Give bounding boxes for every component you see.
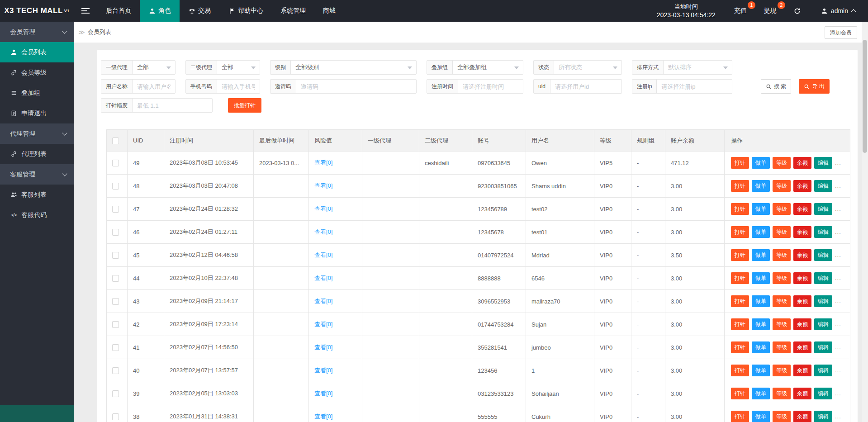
edit-action-button[interactable]: 编辑 <box>814 341 832 353</box>
topbar-nav-item[interactable]: 角色 <box>140 0 180 22</box>
inject-action-button[interactable]: 打针 <box>731 203 749 215</box>
make-order-action-button[interactable]: 做单 <box>752 318 770 330</box>
more-actions-button[interactable]: ... <box>835 298 841 304</box>
refresh-button[interactable] <box>785 0 812 22</box>
edit-action-button[interactable]: 编辑 <box>814 411 832 422</box>
more-actions-button[interactable]: ... <box>835 182 841 189</box>
inject-action-button[interactable]: 打针 <box>731 295 749 307</box>
make-order-action-button[interactable]: 做单 <box>752 180 770 192</box>
inject-action-button[interactable]: 打针 <box>731 388 749 399</box>
more-actions-button[interactable]: ... <box>835 251 841 258</box>
sidebar-item[interactable]: 申请退出 <box>0 103 74 123</box>
filter-select-value[interactable]: 默认排序 <box>664 61 732 74</box>
filter-input[interactable] <box>217 80 260 93</box>
more-actions-button[interactable]: ... <box>835 321 841 327</box>
risk-view-link[interactable]: 查看[0] <box>314 298 332 304</box>
row-checkbox[interactable] <box>112 344 119 351</box>
risk-view-link[interactable]: 查看[0] <box>314 321 332 327</box>
inject-action-button[interactable]: 打针 <box>731 341 749 353</box>
batch-inject-button[interactable]: 批量打针 <box>228 98 261 113</box>
edit-action-button[interactable]: 编辑 <box>814 226 832 238</box>
filter-input[interactable] <box>133 80 175 93</box>
level-action-button[interactable]: 等级 <box>773 295 791 307</box>
row-checkbox[interactable] <box>112 390 119 397</box>
row-checkbox[interactable] <box>112 275 119 282</box>
inject-action-button[interactable]: 打针 <box>731 411 749 422</box>
filter-select-value[interactable]: 全部 <box>133 61 175 74</box>
row-checkbox[interactable] <box>112 229 119 236</box>
filter-select-value[interactable]: 全部级别 <box>291 61 416 74</box>
risk-view-link[interactable]: 查看[0] <box>314 228 332 235</box>
edit-action-button[interactable]: 编辑 <box>814 295 832 307</box>
level-action-button[interactable]: 等级 <box>773 249 791 261</box>
user-menu[interactable]: admin <box>812 0 868 22</box>
risk-view-link[interactable]: 查看[0] <box>314 367 332 374</box>
filter-input[interactable] <box>458 80 523 93</box>
level-action-button[interactable]: 等级 <box>773 388 791 399</box>
risk-view-link[interactable]: 查看[0] <box>314 182 332 189</box>
row-checkbox[interactable] <box>112 206 119 213</box>
level-action-button[interactable]: 等级 <box>773 272 791 284</box>
vertical-scrollbar[interactable] <box>862 22 868 422</box>
topbar-nav-item[interactable]: 后台首页 <box>97 0 140 22</box>
sidebar-toggle-button[interactable] <box>74 0 97 22</box>
make-order-action-button[interactable]: 做单 <box>752 365 770 376</box>
filter-input[interactable] <box>296 80 416 93</box>
search-button[interactable]: 搜 索 <box>761 79 791 94</box>
make-order-action-button[interactable]: 做单 <box>752 249 770 261</box>
topbar-nav-item[interactable]: 系统管理 <box>272 0 314 22</box>
balance-action-button[interactable]: 余额 <box>793 388 811 399</box>
topbar-nav-item[interactable]: 交易 <box>180 0 219 22</box>
balance-action-button[interactable]: 余额 <box>793 249 811 261</box>
scrollbar-thumb[interactable] <box>863 40 867 153</box>
inject-action-button[interactable]: 打针 <box>731 249 749 261</box>
edit-action-button[interactable]: 编辑 <box>814 157 832 169</box>
edit-action-button[interactable]: 编辑 <box>814 318 832 330</box>
sidebar-item[interactable]: 代理管理 <box>0 123 74 144</box>
more-actions-button[interactable]: ... <box>835 413 841 420</box>
level-action-button[interactable]: 等级 <box>773 341 791 353</box>
balance-action-button[interactable]: 余额 <box>793 411 811 422</box>
sidebar-item[interactable]: 叠加组 <box>0 83 74 103</box>
inject-action-button[interactable]: 打针 <box>731 180 749 192</box>
make-order-action-button[interactable]: 做单 <box>752 411 770 422</box>
risk-view-link[interactable]: 查看[0] <box>314 344 332 351</box>
row-checkbox[interactable] <box>112 298 119 305</box>
filter-select-value[interactable]: 所有状态 <box>554 61 621 74</box>
level-action-button[interactable]: 等级 <box>773 411 791 422</box>
filter-select-value[interactable]: 全部 <box>217 61 260 74</box>
add-member-button[interactable]: 添加会员 <box>825 26 857 39</box>
more-actions-button[interactable]: ... <box>835 228 841 235</box>
level-action-button[interactable]: 等级 <box>773 226 791 238</box>
level-action-button[interactable]: 等级 <box>773 180 791 192</box>
select-all-checkbox[interactable] <box>112 138 119 144</box>
more-actions-button[interactable]: ... <box>835 275 841 281</box>
sidebar-item[interactable]: 客服列表 <box>0 185 74 205</box>
topbar-nav-item[interactable]: 帮助中心 <box>219 0 272 22</box>
sidebar-item[interactable]: 会员列表 <box>0 42 74 62</box>
recharge-button[interactable]: 充值 1 <box>726 0 755 22</box>
balance-action-button[interactable]: 余额 <box>793 226 811 238</box>
level-action-button[interactable]: 等级 <box>773 365 791 376</box>
filter-select-value[interactable]: 全部叠加组 <box>453 61 523 74</box>
risk-view-link[interactable]: 查看[0] <box>314 251 332 258</box>
row-checkbox[interactable] <box>112 252 119 259</box>
sidebar-item[interactable]: 会员等级 <box>0 62 74 83</box>
filter-input[interactable] <box>657 80 732 93</box>
export-button[interactable]: 导 出 <box>799 79 829 94</box>
sidebar-item[interactable]: 客服管理 <box>0 164 74 185</box>
inject-action-button[interactable]: 打针 <box>731 272 749 284</box>
balance-action-button[interactable]: 余额 <box>793 365 811 376</box>
sidebar-item[interactable]: 代理列表 <box>0 144 74 164</box>
inject-action-button[interactable]: 打针 <box>731 226 749 238</box>
edit-action-button[interactable]: 编辑 <box>814 249 832 261</box>
risk-view-link[interactable]: 查看[0] <box>314 205 332 212</box>
balance-action-button[interactable]: 余额 <box>793 318 811 330</box>
make-order-action-button[interactable]: 做单 <box>752 203 770 215</box>
more-actions-button[interactable]: ... <box>835 205 841 212</box>
row-checkbox[interactable] <box>112 321 119 328</box>
balance-action-button[interactable]: 余额 <box>793 157 811 169</box>
edit-action-button[interactable]: 编辑 <box>814 203 832 215</box>
edit-action-button[interactable]: 编辑 <box>814 272 832 284</box>
inject-action-button[interactable]: 打针 <box>731 157 749 169</box>
